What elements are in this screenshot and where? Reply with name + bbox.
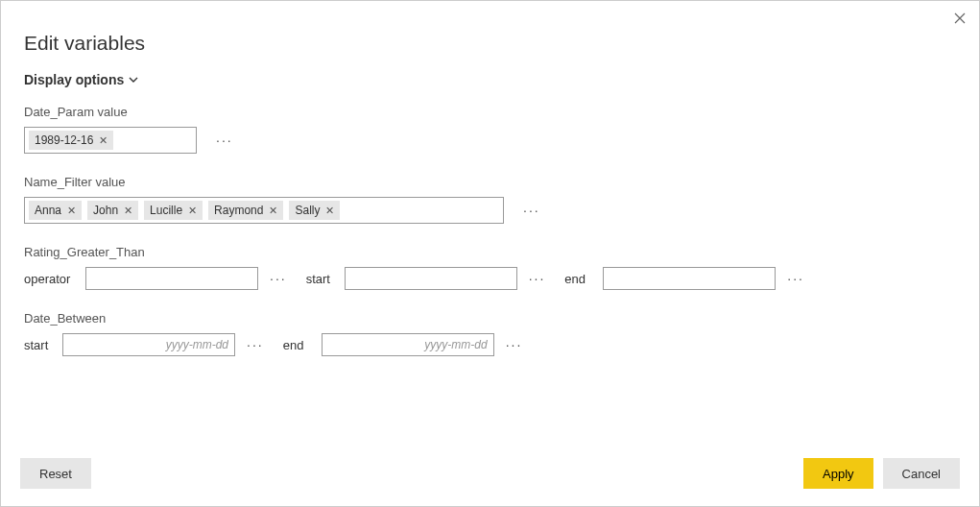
name-filter-input[interactable]: Anna ✕ John ✕ Lucille ✕ Raymond ✕ <box>24 197 504 224</box>
date-param-chip: 1989-12-16 ✕ <box>29 131 113 150</box>
rating-start-input[interactable] <box>345 267 517 290</box>
name-filter-more-icon[interactable]: ··· <box>521 203 542 218</box>
apply-button[interactable]: Apply <box>803 458 873 489</box>
date-between-end-label: end <box>283 338 312 352</box>
rating-greater-than-label: Rating_Greater_Than <box>24 245 956 259</box>
name-filter-field: Name_Filter value Anna ✕ John ✕ Lucille … <box>24 175 956 224</box>
date-between-label: Date_Between <box>24 311 956 326</box>
name-filter-chip: Raymond ✕ <box>208 201 283 220</box>
date-param-chip-text: 1989-12-16 <box>35 133 93 147</box>
rating-start-more-icon[interactable]: ··· <box>527 271 548 286</box>
date-between-end-group: end ··· <box>283 333 525 356</box>
rating-end-more-icon[interactable]: ··· <box>785 271 806 286</box>
date-between-field: Date_Between start ··· end ··· <box>24 311 956 356</box>
dialog-title: Edit variables <box>24 32 956 55</box>
name-filter-chip-text: Anna <box>35 204 61 217</box>
chip-close-icon[interactable]: ✕ <box>99 135 108 146</box>
name-filter-chip-text: Lucille <box>150 204 182 217</box>
date-between-start-input[interactable] <box>62 333 235 356</box>
rating-end-group: end ··· <box>564 267 806 290</box>
chip-close-icon[interactable]: ✕ <box>124 205 132 216</box>
rating-operator-more-icon[interactable]: ··· <box>268 271 289 286</box>
edit-variables-dialog: Edit variables Display options Date_Para… <box>0 0 980 507</box>
name-filter-chip-text: John <box>93 204 118 217</box>
footer-right: Apply Cancel <box>803 458 960 489</box>
reset-button[interactable]: Reset <box>20 458 91 489</box>
rating-operator-label: operator <box>24 272 76 286</box>
date-between-end-more-icon[interactable]: ··· <box>504 337 525 352</box>
cancel-button[interactable]: Cancel <box>883 458 960 489</box>
date-param-input[interactable]: 1989-12-16 ✕ <box>24 127 197 154</box>
rating-end-label: end <box>564 272 593 286</box>
dialog-footer: Reset Apply Cancel <box>1 446 979 506</box>
name-filter-chip-text: Raymond <box>214 204 263 217</box>
name-filter-chip-text: Sally <box>295 204 320 217</box>
date-param-label: Date_Param value <box>24 105 956 119</box>
rating-greater-than-field: Rating_Greater_Than operator ··· start ·… <box>24 245 956 290</box>
chip-close-icon[interactable]: ✕ <box>269 205 277 216</box>
date-between-start-more-icon[interactable]: ··· <box>245 337 266 352</box>
rating-operator-input[interactable] <box>85 267 258 290</box>
rating-end-input[interactable] <box>603 267 776 290</box>
display-options-toggle[interactable]: Display options <box>24 72 139 87</box>
name-filter-chip: Sally ✕ <box>289 201 340 220</box>
date-between-start-group: start ··· <box>24 333 266 356</box>
rating-operator-group: operator ··· <box>24 267 289 290</box>
name-filter-chip: Anna ✕ <box>29 201 82 220</box>
date-param-field: Date_Param value 1989-12-16 ✕ ··· <box>24 105 956 154</box>
chip-close-icon[interactable]: ✕ <box>67 205 76 216</box>
date-between-end-input[interactable] <box>322 333 494 356</box>
name-filter-label: Name_Filter value <box>24 175 956 189</box>
date-between-start-label: start <box>24 338 53 352</box>
rating-start-group: start ··· <box>306 267 548 290</box>
name-filter-chip: Lucille ✕ <box>144 201 203 220</box>
chevron-down-icon <box>128 74 139 85</box>
close-icon[interactable] <box>950 9 969 30</box>
chip-close-icon[interactable]: ✕ <box>188 205 197 216</box>
name-filter-chip: John ✕ <box>87 201 138 220</box>
dialog-body: Edit variables Display options Date_Para… <box>1 1 979 446</box>
rating-start-label: start <box>306 272 335 286</box>
display-options-label: Display options <box>24 72 124 87</box>
date-param-more-icon[interactable]: ··· <box>214 133 235 148</box>
chip-close-icon[interactable]: ✕ <box>325 205 334 216</box>
